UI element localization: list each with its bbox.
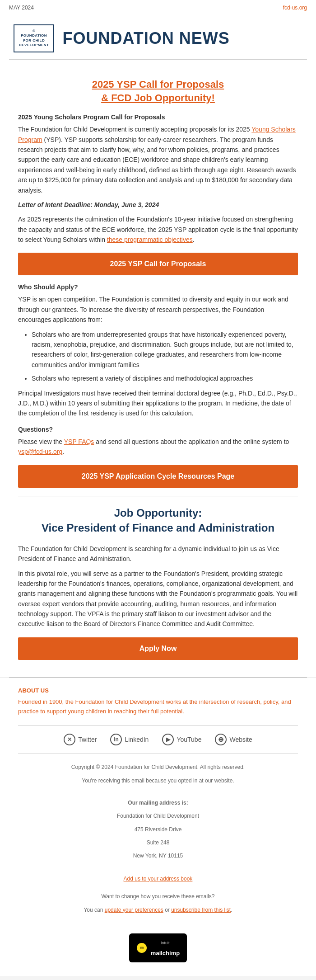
add-to-book-link[interactable]: Add us to your address book	[124, 876, 193, 882]
questions-text: Please view the YSP FAQs and send all qu…	[18, 437, 298, 457]
linkedin-icon: in	[110, 734, 122, 745]
linkedin-link[interactable]: in LinkedIn	[110, 734, 149, 745]
youtube-icon: ▶	[162, 734, 174, 745]
logo: ® FOUNDATION FOR CHILD DEVELOPMENT	[14, 24, 54, 52]
main-content: 2025 YSP Call for Proposals& FCD Job Opp…	[0, 60, 316, 677]
website-icon: ⊕	[215, 734, 227, 745]
ysp-resources-btn[interactable]: 2025 YSP Application Cycle Resources Pag…	[18, 465, 298, 488]
footer: Copyright © 2024 Foundation for Child De…	[0, 754, 316, 976]
receiving-text: You're receiving this email because you …	[18, 777, 298, 785]
about-text: Founded in 1900, the Foundation for Chil…	[18, 697, 298, 716]
job-paragraph2: In this pivotal role, you will serve as …	[18, 569, 298, 629]
twitter-link[interactable]: ✕ Twitter	[64, 734, 97, 745]
svg-text:✉: ✉	[140, 946, 144, 951]
prefs-text: You can update your preferences or unsub…	[18, 906, 298, 914]
logo-text: ® FOUNDATION FOR CHILD DEVELOPMENT	[19, 29, 49, 48]
ysp-proposals-btn[interactable]: 2025 YSP Call for Proposals	[18, 253, 298, 275]
ysp-paragraph2: As 2025 represents the culmination of th…	[18, 214, 298, 245]
job-headline: Job Opportunity: Vice President of Finan…	[18, 505, 298, 536]
website-link[interactable]: fcd-us.org	[283, 5, 307, 11]
update-prefs-link[interactable]: update your preferences	[105, 907, 163, 913]
newsletter-title: FOUNDATION NEWS	[62, 29, 229, 48]
about-title: ABOUT US	[18, 687, 298, 694]
pi-paragraph: Principal Investigators must have receiv…	[18, 388, 298, 419]
address-line4: New York, NY 10115	[18, 852, 298, 860]
mailchimp-badge[interactable]: ✉ intuitmailchimp	[129, 933, 187, 962]
ysp-title: 2025 Young Scholars Program Call for Pro…	[18, 113, 298, 121]
email-link[interactable]: ysp@fcd-us.org	[18, 448, 62, 455]
address-line1: Foundation for Child Development	[18, 812, 298, 820]
who-apply-text: YSP is an open competition. The Foundati…	[18, 294, 298, 325]
youtube-label: YouTube	[177, 736, 201, 743]
linkedin-label: LinkedIn	[125, 736, 149, 743]
youtube-link[interactable]: ▶ YouTube	[162, 734, 201, 745]
website-label: Website	[229, 736, 252, 743]
job-section: Job Opportunity: Vice President of Finan…	[18, 496, 298, 660]
header: ® FOUNDATION FOR CHILD DEVELOPMENT FOUND…	[0, 15, 316, 59]
date-label: MAY 2024	[9, 5, 34, 11]
unsubscribe-link[interactable]: unsubscribe from this list	[171, 907, 231, 913]
mailchimp-icon: ✉	[136, 942, 147, 953]
top-bar: MAY 2024 fcd-us.org	[0, 0, 316, 15]
address-line2: 475 Riverside Drive	[18, 825, 298, 834]
list-item: Scholars who are from underrepresented g…	[32, 330, 298, 370]
deadline-text: Letter of Intent Deadline: Monday, June …	[18, 200, 298, 210]
mailing-label: Our mailing address is:	[18, 799, 298, 807]
twitter-icon: ✕	[64, 734, 75, 745]
social-bar: ✕ Twitter in LinkedIn ▶ YouTube ⊕ Websit…	[18, 725, 298, 754]
address-line3: Suite 248	[18, 839, 298, 847]
who-apply-list: Scholars who are from underrepresented g…	[32, 330, 298, 384]
main-headline: 2025 YSP Call for Proposals& FCD Job Opp…	[18, 78, 298, 106]
twitter-label: Twitter	[78, 736, 97, 743]
about-section: ABOUT US Founded in 1900, the Foundation…	[0, 678, 316, 726]
headline-link[interactable]: 2025 YSP Call for Proposals& FCD Job Opp…	[92, 79, 224, 104]
programmatic-link[interactable]: these programmatic objectives	[107, 236, 193, 243]
job-paragraph1: The Foundation for Child Development is …	[18, 544, 298, 564]
change-text: Want to change how you receive these ema…	[18, 892, 298, 901]
copyright-text: Copyright © 2024 Foundation for Child De…	[18, 763, 298, 772]
questions-title: Questions?	[18, 426, 298, 433]
email-wrapper: MAY 2024 fcd-us.org ® FOUNDATION FOR CHI…	[0, 0, 316, 976]
ysp-paragraph1: The Foundation for Child Development is …	[18, 124, 298, 195]
website-social-link[interactable]: ⊕ Website	[215, 734, 252, 745]
list-item: Scholars who represent a variety of disc…	[32, 373, 298, 383]
who-apply-title: Who Should Apply?	[18, 283, 298, 291]
apply-now-btn[interactable]: Apply Now	[18, 637, 298, 660]
faqs-link[interactable]: YSP FAQs	[64, 438, 94, 445]
